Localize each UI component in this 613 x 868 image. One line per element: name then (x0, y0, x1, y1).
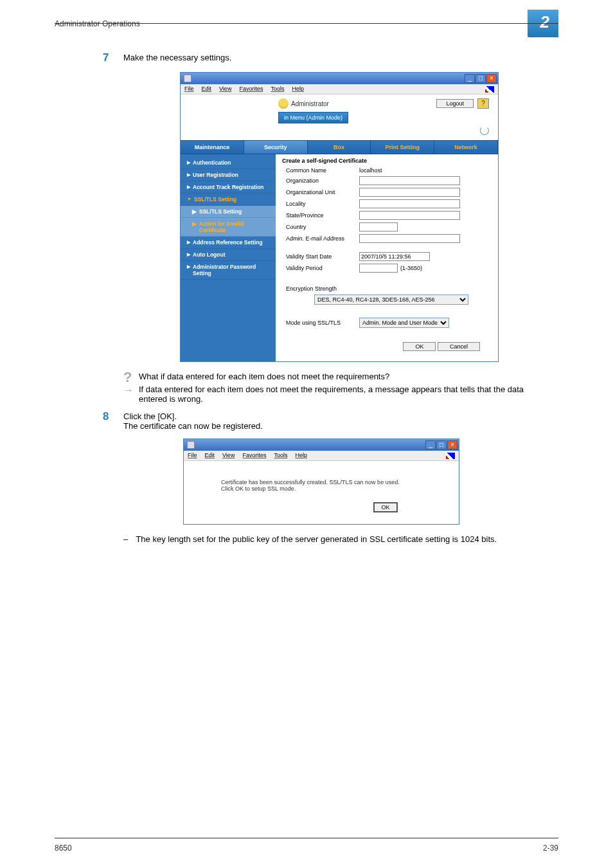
maximize-button[interactable]: □ (436, 440, 447, 449)
main-form-panel: Create a self-signed Certificate Common … (276, 154, 498, 361)
sidebar-label: Auto Logout (193, 251, 226, 258)
locality-input[interactable] (359, 199, 460, 208)
browser-menubar-2: File Edit View Favorites Tools Help (184, 451, 459, 461)
cert-ok-button[interactable]: OK (373, 502, 397, 512)
cancel-button[interactable]: Cancel (438, 342, 480, 351)
encryption-label: Encryption Strength (282, 285, 359, 292)
menu-edit[interactable]: Edit (202, 86, 212, 93)
menu-file[interactable]: File (188, 452, 197, 459)
note-text: The key length set for the public key of… (136, 534, 497, 544)
locality-label: Locality (282, 201, 359, 207)
tab-network[interactable]: Network (434, 141, 498, 154)
window-titlebar: _ □ × (181, 73, 498, 84)
menu-help[interactable]: Help (295, 452, 307, 459)
step-7-text: Make the necessary settings. (123, 51, 231, 64)
sidebar-sub-label: SSL/TLS Setting (199, 208, 242, 215)
state-label: State/Province (282, 212, 359, 219)
step-8-number: 8 (103, 410, 111, 431)
menu-view[interactable]: View (219, 86, 231, 93)
sidebar-sub-ssl-tls-setting[interactable]: ▶SSL/TLS Setting (181, 206, 276, 218)
menu-edit[interactable]: Edit (205, 452, 215, 459)
country-input[interactable] (359, 222, 398, 231)
maximize-button[interactable]: □ (475, 74, 486, 83)
admin-avatar-icon (278, 98, 289, 109)
step-8-line1: Click the [OK]. (123, 411, 263, 421)
organization-input[interactable] (359, 176, 460, 185)
footer-rule (55, 838, 558, 838)
screenshot-cert-created: _ □ × File Edit View Favorites Tools Hel… (183, 439, 459, 525)
ok-button[interactable]: OK (403, 342, 436, 351)
sidebar-sub-invalid-cert[interactable]: ▶Action for Invalid Certificate (181, 218, 276, 237)
sidebar-item-user-registration[interactable]: ▶User Registration (181, 169, 276, 181)
close-button[interactable]: × (447, 440, 458, 449)
refresh-icon[interactable] (480, 126, 489, 135)
admin-email-label: Admin. E-mail Address (282, 235, 359, 242)
sidebar: ▶Authentication ▶User Registration ▶Acco… (181, 154, 276, 361)
validity-period-label: Validity Period (282, 265, 359, 271)
menu-favorites[interactable]: Favorites (239, 86, 263, 93)
sidebar-label: Authentication (193, 159, 231, 166)
answer-text: If data entered for each item does not m… (139, 384, 549, 404)
menu-help[interactable]: Help (292, 86, 304, 93)
tab-box[interactable]: Box (308, 141, 371, 154)
browser-flag-icon (446, 453, 455, 459)
org-unit-label: Organizational Unit (282, 189, 359, 195)
state-input[interactable] (359, 211, 460, 220)
menu-file[interactable]: File (184, 86, 194, 93)
sidebar-item-ssl-tls[interactable]: ▼SSL/TLS Setting (181, 194, 276, 206)
minimize-button[interactable]: _ (425, 440, 436, 449)
browser-flag-icon (485, 86, 494, 93)
logout-button[interactable]: Logout (436, 99, 474, 108)
sidebar-item-admin-password[interactable]: ▶Administrator Password Setting (181, 261, 276, 280)
answer-arrow-icon: → (123, 384, 134, 404)
sidebar-label: User Registration (193, 172, 238, 178)
window-system-icon (187, 441, 195, 449)
sidebar-item-account-track[interactable]: ▶Account Track Registration (181, 181, 276, 194)
bullet-dash: – (123, 534, 134, 544)
menu-view[interactable]: View (222, 452, 235, 459)
window-titlebar-2: _ □ × (184, 439, 459, 451)
step-8-line2: The certificate can now be registered. (123, 421, 263, 431)
step-7-number: 7 (103, 51, 111, 64)
validity-period-hint: (1-3650) (400, 265, 422, 271)
question-mark-icon: ? (123, 372, 134, 383)
admin-email-input[interactable] (359, 234, 460, 243)
admin-label: Administrator (291, 100, 329, 107)
common-name-value: localhost (359, 167, 382, 174)
menu-favorites[interactable]: Favorites (242, 452, 266, 459)
screenshot-ssl-settings: _ □ × File Edit View Favorites Tools Hel… (180, 72, 499, 362)
organization-label: Organization (282, 177, 359, 184)
org-unit-input[interactable] (359, 188, 460, 197)
common-name-label: Common Name (282, 167, 359, 174)
header-rule (55, 23, 558, 24)
close-button[interactable]: × (486, 74, 497, 83)
sidebar-sub-label: Action for Invalid Certificate (199, 221, 272, 233)
sidebar-item-auto-logout[interactable]: ▶Auto Logout (181, 249, 276, 261)
menu-tools[interactable]: Tools (274, 452, 287, 459)
validity-start-input[interactable] (359, 252, 430, 261)
sidebar-label: Administrator Password Setting (193, 264, 272, 276)
encryption-select[interactable]: DES, RC4-40, RC4-128, 3DES-168, AES-256 (314, 294, 468, 305)
question-text: What if data entered for each item does … (139, 372, 389, 383)
form-title: Create a self-signed Certificate (282, 158, 489, 164)
tab-maintenance[interactable]: Maintenance (181, 141, 244, 154)
sidebar-label: Address Reference Setting (193, 239, 263, 246)
sidebar-item-authentication[interactable]: ▶Authentication (181, 157, 276, 169)
tab-security[interactable]: Security (244, 141, 308, 154)
sidebar-label: Account Track Registration (193, 184, 264, 190)
footer-right: 2-39 (543, 844, 558, 853)
tab-print-setting[interactable]: Print Setting (371, 141, 434, 154)
cert-success-msg1: Certificate has been successfully create… (221, 479, 422, 485)
browser-menubar: File Edit View Favorites Tools Help (181, 84, 498, 95)
admin-mode-button[interactable]: in Menu (Admin Mode) (278, 112, 348, 123)
mode-label: Mode using SSL/TLS (282, 320, 359, 326)
mode-select[interactable]: Admin. Mode and User Mode (359, 318, 449, 328)
footer-left: 8650 (55, 844, 72, 853)
menu-tools[interactable]: Tools (271, 86, 284, 93)
sidebar-label: SSL/TLS Setting (194, 196, 236, 203)
validity-period-input[interactable] (359, 264, 398, 273)
cert-success-msg2: Click OK to setup SSL mode. (221, 485, 422, 492)
minimize-button[interactable]: _ (465, 74, 475, 83)
sidebar-item-address-reference[interactable]: ▶Address Reference Setting (181, 237, 276, 249)
help-icon[interactable]: ? (477, 98, 489, 109)
